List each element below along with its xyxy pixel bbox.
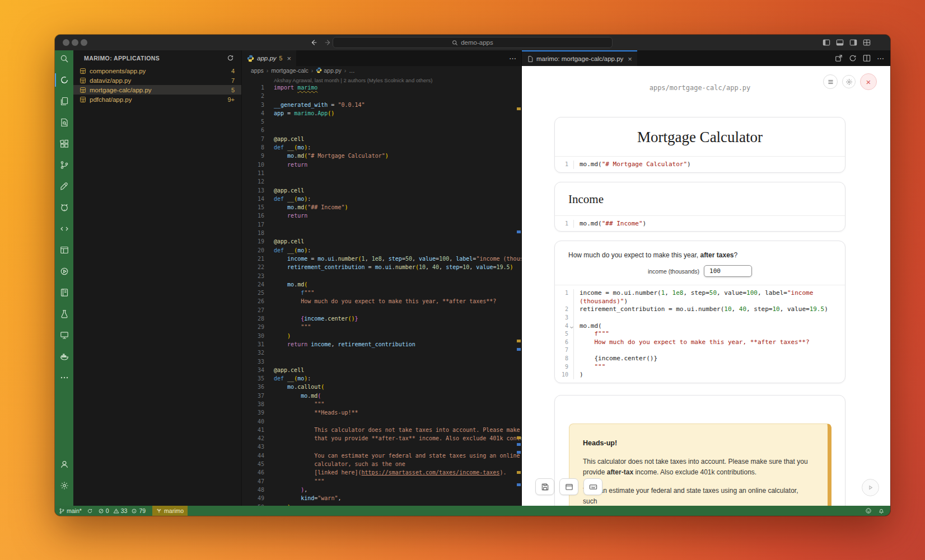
cell-code[interactable]: 1income = mo.ui.number(1, 1e8, step=50, … xyxy=(555,285,845,383)
zoom-window-button[interactable] xyxy=(81,39,87,46)
github-icon[interactable] xyxy=(55,203,73,212)
code-line: 17 xyxy=(242,220,521,229)
overview-mark xyxy=(517,230,521,233)
breadcrumb-item[interactable]: … xyxy=(349,67,355,74)
minimize-window-button[interactable] xyxy=(72,39,78,46)
live-share-icon[interactable] xyxy=(55,224,73,233)
git-branch-item[interactable]: main* xyxy=(59,507,82,514)
file-badge: 9+ xyxy=(227,96,235,103)
test-beaker-icon[interactable] xyxy=(55,309,73,318)
breadcrumb: apps›mortgage-calc› app.py›… xyxy=(242,66,521,75)
code-line: 47 """ xyxy=(242,477,521,486)
window-button[interactable] xyxy=(559,478,578,495)
line-number: 27 xyxy=(242,306,264,314)
feedback-smiley-icon[interactable] xyxy=(865,507,872,514)
copy-files-icon[interactable] xyxy=(55,97,73,106)
settings-icon[interactable] xyxy=(55,481,73,490)
code-line: 11 xyxy=(242,169,521,177)
line-number: 11 xyxy=(242,169,264,177)
tab-app-py[interactable]: app.py 5 × xyxy=(242,50,296,66)
docker-icon[interactable] xyxy=(55,352,73,361)
file-search-icon[interactable] xyxy=(55,118,73,127)
save-button[interactable] xyxy=(535,478,554,495)
reload-icon[interactable] xyxy=(849,54,857,62)
panel-more-icon[interactable]: ⋯ xyxy=(877,54,885,63)
code-line: 29 """ xyxy=(242,323,521,331)
code-line: 31 return income, retirement_contributio… xyxy=(242,340,521,349)
sync-icon xyxy=(87,508,93,514)
close-tab-icon[interactable]: × xyxy=(628,55,632,63)
account-icon[interactable] xyxy=(55,460,73,469)
open-external-icon[interactable] xyxy=(835,54,843,62)
income-input[interactable] xyxy=(704,265,752,277)
refresh-icon[interactable] xyxy=(227,54,234,63)
search-icon[interactable] xyxy=(55,54,73,63)
source-control-icon[interactable] xyxy=(55,161,73,170)
line-number: 14 xyxy=(242,195,264,203)
code-line: 30 ) xyxy=(242,332,521,340)
breadcrumb-item[interactable]: mortgage-calc xyxy=(271,67,309,74)
code-editor[interactable]: Akshay Agrawal, last month | 2 authors (… xyxy=(242,75,521,506)
cell-question-text: How much do you expect to make this year… xyxy=(555,241,845,259)
more-icon[interactable] xyxy=(55,373,73,382)
toggle-sidebar-right-icon[interactable] xyxy=(849,39,857,46)
overview-mark xyxy=(517,107,521,110)
code-line: 38 """ xyxy=(242,400,521,408)
marimo-loop-icon[interactable] xyxy=(55,76,73,84)
tab-marimo-preview[interactable]: marimo: mortgage-calc/app.py × xyxy=(522,50,637,66)
editor-actions-more-icon[interactable]: ⋯ xyxy=(509,50,517,66)
file-row[interactable]: components/app.py4 xyxy=(73,66,241,76)
errors-icon xyxy=(98,508,104,514)
python-icon xyxy=(247,55,254,62)
command-center-search[interactable]: demo-apps xyxy=(333,37,613,48)
remote-screen-icon[interactable] xyxy=(55,331,73,340)
close-window-button[interactable] xyxy=(63,39,69,46)
customize-layout-icon[interactable] xyxy=(863,39,871,46)
rocket-icon[interactable] xyxy=(55,182,73,191)
file-icon xyxy=(527,55,534,63)
line-number: 46 xyxy=(242,468,264,477)
split-editor-icon[interactable] xyxy=(863,54,871,62)
extensions-icon[interactable] xyxy=(55,139,73,148)
marimo-file-icon xyxy=(80,87,86,93)
run-circle-icon[interactable] xyxy=(55,267,73,276)
marimo-file-icon xyxy=(80,77,86,84)
problems-item[interactable]: 0 33 79 xyxy=(98,507,146,514)
shutdown-close-icon[interactable]: × xyxy=(860,73,877,90)
marimo-status-item[interactable]: marimo xyxy=(152,506,188,516)
menu-icon[interactable] xyxy=(823,74,838,89)
line-number: 3 xyxy=(242,101,264,109)
file-row[interactable]: pdfchat/app.py9+ xyxy=(73,95,241,104)
layout-icon[interactable] xyxy=(55,246,73,255)
run-button[interactable] xyxy=(862,479,879,496)
sync-item[interactable] xyxy=(87,508,93,514)
forward-arrow-icon[interactable] xyxy=(324,39,332,46)
breadcrumb-item[interactable]: app.py xyxy=(316,67,341,74)
breadcrumb-separator: › xyxy=(344,67,347,74)
toggle-sidebar-left-icon[interactable] xyxy=(823,39,830,46)
gear-icon[interactable] xyxy=(842,75,856,88)
keyboard-button[interactable] xyxy=(583,478,602,495)
income-input-label: income (thousands) xyxy=(648,268,699,275)
code-line: 35def __(mo): xyxy=(242,374,521,383)
workspace-name: demo-apps xyxy=(461,39,493,46)
file-row[interactable]: mortgage-calc/app.py5 xyxy=(73,85,241,95)
overview-mark xyxy=(517,451,521,454)
cell-code[interactable]: 1mo.md("## Income") xyxy=(555,215,845,232)
code-line: 24 mo.md( xyxy=(242,280,521,289)
panel-tab-bar: marimo: mortgage-calc/app.py × ⋯ xyxy=(522,50,890,66)
back-arrow-icon[interactable] xyxy=(310,39,317,46)
notifications-bell-icon[interactable] xyxy=(878,507,885,514)
line-number: 13 xyxy=(242,186,264,195)
cell-code[interactable]: 1mo.md("# Mortgage Calculator") xyxy=(555,156,845,172)
line-number: 1 xyxy=(242,83,264,92)
notebook-icon[interactable] xyxy=(55,288,73,297)
file-row[interactable]: dataviz/app.py7 xyxy=(73,76,241,85)
callout-paragraph: This calculator does not take taxes into… xyxy=(583,457,814,478)
line-number: 2 xyxy=(242,92,264,100)
tab-label: app.py xyxy=(257,55,277,62)
close-tab-icon[interactable]: × xyxy=(287,55,291,62)
breadcrumb-item[interactable]: apps xyxy=(251,67,264,74)
line-number: 37 xyxy=(242,392,264,400)
toggle-panel-icon[interactable] xyxy=(836,39,844,46)
